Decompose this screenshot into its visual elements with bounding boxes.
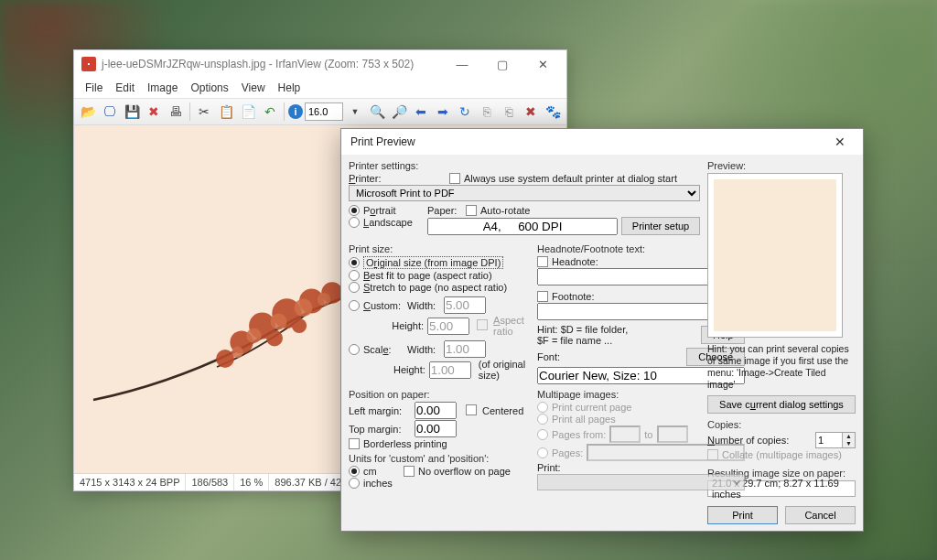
prev-icon[interactable]: ⬅ — [411, 102, 431, 122]
svg-point-8 — [246, 328, 261, 343]
original-size-radio[interactable] — [349, 257, 360, 268]
top-margin-input[interactable] — [415, 420, 457, 437]
portrait-radio[interactable] — [349, 205, 360, 216]
centered-label: Centered — [482, 405, 523, 416]
titlebar[interactable]: j-lee-ueDSMrJZRqw-unsplash.jpg - IrfanVi… — [74, 50, 566, 78]
slideshow-icon[interactable]: 🖵 — [100, 102, 120, 122]
autorotate-label: Auto-rotate — [480, 205, 530, 216]
zoom-dropdown-icon[interactable]: ▼ — [345, 102, 365, 122]
num-copies-input[interactable] — [816, 433, 842, 447]
dialog-close-button[interactable]: ✕ — [823, 131, 857, 153]
mp-current-radio — [537, 402, 548, 413]
bestfit-label: Best fit to page (aspect ratio) — [363, 270, 492, 281]
custom-label: Custom: — [363, 300, 404, 311]
collate-checkbox — [707, 449, 718, 460]
dialog-title: Print Preview — [350, 135, 415, 148]
stretch-label: Stretch to page (no aspect ratio) — [363, 282, 507, 293]
borderless-label: Borderless printing — [363, 438, 447, 449]
print-icon[interactable]: 🖶 — [166, 102, 186, 122]
refresh-icon[interactable]: ↻ — [455, 102, 475, 122]
paste-icon[interactable]: 📄 — [238, 102, 258, 122]
zoomin-icon[interactable]: 🔍 — [367, 102, 387, 122]
num-copies-spinner[interactable]: ▲▼ — [815, 432, 856, 448]
collate-label: Collate (multipage images) — [722, 449, 842, 460]
info-icon[interactable]: i — [288, 104, 303, 119]
inches-radio[interactable] — [349, 478, 360, 489]
svg-point-6 — [266, 330, 283, 347]
minimize-button[interactable]: ― — [442, 51, 482, 77]
landscape-radio[interactable] — [349, 217, 360, 228]
cancel-button[interactable]: Cancel — [785, 506, 856, 524]
borderless-checkbox[interactable] — [349, 438, 360, 449]
menu-options[interactable]: Options — [185, 80, 233, 96]
save-settings-button[interactable]: Save current dialog settings — [707, 395, 856, 414]
bestfit-radio[interactable] — [349, 270, 360, 281]
headnote-checkbox[interactable] — [537, 256, 548, 267]
scale-width-input[interactable] — [444, 340, 486, 358]
print-dd-label: Print: — [537, 462, 561, 473]
delete-icon[interactable]: ✖ — [144, 102, 164, 122]
custom-radio[interactable] — [349, 300, 360, 311]
printer-settings-label: Printer settings: — [349, 160, 700, 171]
zoom-input[interactable] — [305, 102, 343, 121]
stretch-radio[interactable] — [349, 282, 360, 293]
svg-point-5 — [216, 350, 234, 368]
svg-point-9 — [271, 314, 287, 330]
scale-height-input[interactable] — [429, 361, 471, 379]
mp-all-radio — [537, 414, 548, 425]
mp-current-label: Print current page — [552, 402, 631, 413]
scale-radio[interactable] — [349, 344, 360, 355]
dialog-titlebar[interactable]: Print Preview ✕ — [341, 129, 863, 155]
zoomout-icon[interactable]: 🔎 — [389, 102, 409, 122]
hint-copies: Hint: you can print several copies of sa… — [707, 343, 856, 392]
settings-icon[interactable]: ✖ — [521, 102, 541, 122]
svg-point-12 — [232, 347, 243, 359]
custom-width-input[interactable] — [444, 296, 486, 314]
always-default-checkbox[interactable] — [449, 173, 460, 184]
left-margin-input[interactable] — [415, 402, 457, 419]
print-dd — [537, 474, 745, 490]
cm-radio[interactable] — [349, 466, 360, 477]
mp-to-input — [657, 425, 688, 443]
svg-point-11 — [318, 293, 330, 306]
undo-icon[interactable]: ↶ — [260, 102, 280, 122]
landscape-label: Landscape — [363, 217, 413, 228]
menu-image[interactable]: Image — [142, 80, 183, 96]
menu-help[interactable]: Help — [273, 80, 307, 96]
maximize-button[interactable]: ▢ — [482, 51, 522, 77]
toolbar: 📂 🖵 💾 ✖ 🖶 ✂ 📋 📄 ↶ i ▼ 🔍 🔎 ⬅ ➡ ↻ ⎘ ⎗ ✖ 🐾 — [74, 98, 566, 125]
status-dims: 4715 x 3143 x 24 BPP — [74, 474, 186, 490]
printer-setup-button[interactable]: Printer setup — [621, 217, 700, 235]
mp-all-label: Print all pages — [552, 414, 616, 425]
top-margin-label: Top margin: — [349, 424, 411, 435]
mp-from-radio — [537, 429, 548, 440]
copy-icon[interactable]: 📋 — [216, 102, 236, 122]
status-frames: 186/583 — [186, 474, 234, 490]
next-icon[interactable]: ➡ — [433, 102, 453, 122]
save-icon[interactable]: 💾 — [122, 102, 142, 122]
printer-label: Printer: — [349, 173, 387, 184]
menu-file[interactable]: File — [80, 80, 108, 96]
custom-height-input[interactable] — [427, 318, 469, 335]
window-title: j-lee-ueDSMrJZRqw-unsplash.jpg - IrfanVi… — [102, 58, 414, 70]
status-pct: 16 % — [234, 474, 269, 490]
close-button[interactable]: ✕ — [522, 51, 563, 77]
autorotate-checkbox[interactable] — [466, 205, 477, 216]
cat-icon[interactable]: 🐾 — [543, 102, 563, 122]
print-size-label: Print size: — [349, 243, 532, 254]
printer-select[interactable]: Microsoft Print to PDF — [349, 185, 700, 201]
copy2-icon[interactable]: ⎘ — [477, 102, 497, 122]
menu-view[interactable]: View — [236, 80, 271, 96]
mp-pages-radio — [537, 447, 548, 458]
original-size-label: Original size (from image DPI) — [363, 256, 503, 269]
menu-edit[interactable]: Edit — [110, 80, 140, 96]
open-icon[interactable]: 📂 — [78, 102, 98, 122]
cut-icon[interactable]: ✂ — [194, 102, 214, 122]
no-overflow-checkbox[interactable] — [404, 466, 415, 477]
centered-checkbox[interactable] — [466, 404, 477, 415]
paste2-icon[interactable]: ⎗ — [499, 102, 519, 122]
paper-label: Paper: — [427, 205, 462, 216]
footnote-checkbox[interactable] — [537, 291, 548, 302]
always-default-label: Always use system default printer at dia… — [464, 173, 677, 184]
print-button[interactable]: Print — [707, 506, 778, 524]
